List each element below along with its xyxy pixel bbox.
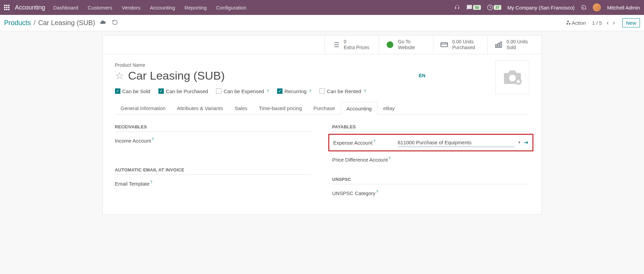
nav-customers[interactable]: Customers xyxy=(87,5,112,10)
nav-vendors[interactable]: Vendors xyxy=(122,5,140,10)
check-purchased[interactable]: ✓Can be Purchased xyxy=(158,88,208,94)
breadcrumb-separator: / xyxy=(34,19,36,27)
expense-account-highlight: Expense Account? ▼ ➔ xyxy=(328,134,533,151)
stat-website[interactable]: Go ToWebsite xyxy=(379,36,433,54)
label-income-account: Income Account? xyxy=(115,137,179,144)
help-icon[interactable]: ? xyxy=(376,190,378,194)
user-name[interactable]: Mitchell Admin xyxy=(607,5,640,10)
help-icon[interactable]: ? xyxy=(364,89,366,93)
company-selector[interactable]: My Company (San Francisco) xyxy=(507,5,574,10)
nav-configuration[interactable]: Configuration xyxy=(216,5,246,10)
product-image-upload[interactable] xyxy=(495,60,529,94)
activities-icon[interactable]: 37 xyxy=(487,4,501,10)
apps-icon[interactable] xyxy=(4,5,9,10)
label-expense-account: Expense Account? xyxy=(333,139,398,146)
product-name-label: Product Name xyxy=(115,62,529,68)
activities-badge: 37 xyxy=(494,5,501,10)
stat-purchased[interactable]: 0.00 UnitsPurchased xyxy=(433,36,487,54)
stat-extra-prices[interactable]: 0Extra Prices xyxy=(325,36,379,54)
breadcrumb-parent[interactable]: Products xyxy=(4,19,31,27)
stat-buttons: 0Extra Prices Go ToWebsite 0.00 UnitsPur… xyxy=(103,36,542,54)
new-button[interactable]: New xyxy=(622,18,640,27)
support-icon[interactable] xyxy=(454,4,460,10)
app-brand[interactable]: Accounting xyxy=(15,4,45,11)
section-auto-email: AUTOMATIC EMAIL AT INVOICE xyxy=(115,167,312,175)
nav-menu: Dashboard Customers Vendors Accounting R… xyxy=(53,5,246,10)
pager-next-icon[interactable]: › xyxy=(611,19,616,26)
pager: 1 / 5 ‹ › xyxy=(592,19,616,26)
help-icon[interactable]: ? xyxy=(152,137,154,141)
label-price-diff: Price Difference Account? xyxy=(332,156,397,163)
cloud-save-icon[interactable] xyxy=(100,19,106,27)
label-unspsc-cat: UNSPSC Category? xyxy=(332,190,397,196)
nav-right: 50 37 My Company (San Francisco) Mitchel… xyxy=(454,3,640,12)
avatar[interactable] xyxy=(593,3,601,12)
help-icon[interactable]: ? xyxy=(150,180,152,184)
svg-rect-8 xyxy=(441,43,448,47)
check-expensed[interactable]: Can be Expensed? xyxy=(216,88,269,94)
expense-account-input[interactable] xyxy=(398,138,515,147)
breadcrumb-current: Car Leasing (SUB) xyxy=(38,19,95,27)
tab-purchase[interactable]: Purchase xyxy=(308,102,340,114)
help-icon[interactable]: ? xyxy=(267,89,269,93)
tab-ebay[interactable]: eBay xyxy=(377,102,401,114)
nav-accounting[interactable]: Accounting xyxy=(150,5,175,10)
stat-sold[interactable]: 0.00 UnitsSold xyxy=(487,36,542,54)
pager-value[interactable]: 1 / 5 xyxy=(592,20,602,26)
messages-icon[interactable]: 50 xyxy=(466,4,481,10)
control-panel: Products / Car Leasing (SUB) Action 1 / … xyxy=(0,15,644,31)
pager-prev-icon[interactable]: ‹ xyxy=(605,19,610,26)
breadcrumb: Products / Car Leasing (SUB) xyxy=(4,19,95,27)
tab-accounting[interactable]: Accounting xyxy=(341,102,377,115)
label-email-template: Email Template? xyxy=(115,180,179,187)
section-unspsc: UNSPSC xyxy=(332,177,529,184)
favorite-star-icon[interactable]: ☆ xyxy=(115,70,124,82)
notebook-tabs: General Information Attributes & Variant… xyxy=(115,102,529,115)
svg-point-7 xyxy=(387,41,393,48)
section-receivables: RECEIVABLES xyxy=(115,124,312,132)
form-sheet: 0Extra Prices Go ToWebsite 0.00 UnitsPur… xyxy=(102,35,542,215)
svg-rect-10 xyxy=(495,45,497,47)
section-payables: PAYABLES xyxy=(332,124,529,132)
check-sold[interactable]: ✓Can be Sold xyxy=(115,88,151,94)
messages-badge: 50 xyxy=(473,5,481,10)
action-menu[interactable]: Action xyxy=(566,20,586,26)
external-link-icon[interactable]: ➔ xyxy=(524,139,528,146)
help-icon[interactable]: ? xyxy=(388,156,390,160)
svg-rect-11 xyxy=(498,43,499,47)
dropdown-caret-icon[interactable]: ▼ xyxy=(518,141,521,144)
help-icon[interactable]: ? xyxy=(309,89,311,93)
check-rented[interactable]: Can be Rented? xyxy=(319,88,366,94)
svg-rect-12 xyxy=(500,42,502,47)
debug-icon[interactable] xyxy=(581,4,587,10)
tab-sales[interactable]: Sales xyxy=(229,102,253,114)
discard-icon[interactable] xyxy=(112,19,118,27)
top-nav: Accounting Dashboard Customers Vendors A… xyxy=(0,0,644,15)
svg-point-13 xyxy=(509,75,516,81)
nav-reporting[interactable]: Reporting xyxy=(184,5,207,10)
product-title[interactable]: Car Leasing (SUB) xyxy=(128,69,225,82)
tab-attributes[interactable]: Attributes & Variants xyxy=(171,102,229,114)
tab-general[interactable]: General Information xyxy=(115,102,172,114)
check-recurring[interactable]: ✓Recurring? xyxy=(277,88,311,94)
tab-time-pricing[interactable]: Time-based pricing xyxy=(253,102,308,114)
lang-badge[interactable]: EN xyxy=(419,73,425,78)
nav-dashboard[interactable]: Dashboard xyxy=(53,5,78,10)
help-icon[interactable]: ? xyxy=(373,139,375,143)
